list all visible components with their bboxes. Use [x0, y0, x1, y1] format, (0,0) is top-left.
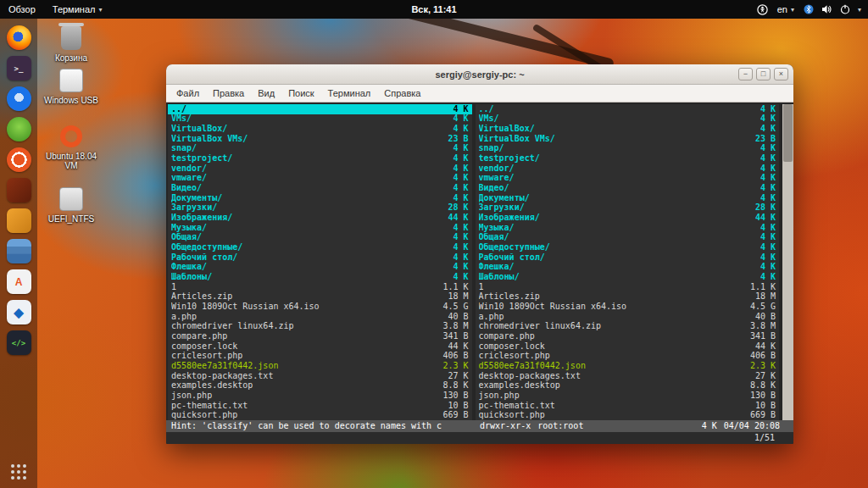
file-row[interactable]: criclesort.php406 B: [476, 351, 780, 361]
file-row[interactable]: ../4 K: [476, 104, 780, 114]
file-row[interactable]: 11.1 K: [476, 282, 780, 292]
activities-button[interactable]: Обзор: [0, 0, 44, 19]
file-row[interactable]: ../4 K: [168, 104, 472, 114]
clock[interactable]: Вск, 11:41: [411, 4, 456, 14]
file-row[interactable]: vendor/4 K: [168, 164, 472, 174]
file-row[interactable]: Музыка/4 K: [168, 223, 472, 233]
accessibility-icon[interactable]: [757, 4, 768, 15]
file-row[interactable]: Документы/4 K: [168, 193, 472, 203]
dock-item-ide[interactable]: </>: [7, 330, 31, 355]
file-row[interactable]: 11.1 K: [168, 282, 472, 292]
file-row[interactable]: VMs/4 K: [168, 114, 472, 125]
dock-item-ubuntu[interactable]: [7, 147, 31, 172]
file-row[interactable]: chromedriver_linux64.zip3.8 M: [168, 321, 472, 331]
desktop-icon-usb[interactable]: Windows USB: [39, 68, 103, 105]
menu-item-view[interactable]: Вид: [251, 85, 281, 102]
file-row[interactable]: composer.lock44 K: [476, 341, 780, 352]
app-menu[interactable]: Терминал ▾: [44, 0, 111, 19]
file-row[interactable]: Articles.zip18 M: [168, 291, 472, 302]
file-row[interactable]: pc-thematic.txt10 B: [168, 401, 472, 411]
close-button[interactable]: ×: [774, 68, 788, 80]
dock-item-package[interactable]: [7, 208, 31, 233]
dock-item-a-app[interactable]: A: [7, 269, 31, 294]
file-row[interactable]: Общая/4 K: [476, 233, 780, 243]
show-applications-button[interactable]: [11, 464, 26, 480]
file-row[interactable]: Articles.zip18 M: [476, 291, 780, 302]
file-row[interactable]: vmware/4 K: [168, 174, 472, 184]
file-row[interactable]: chromedriver_linux64.zip3.8 M: [476, 321, 780, 331]
file-row[interactable]: a.php40 B: [168, 312, 472, 322]
file-row[interactable]: desktop-packages.txt27 K: [476, 371, 780, 381]
file-row[interactable]: VirtualBox VMs/23 B: [168, 134, 472, 144]
dock-item-files-app[interactable]: [7, 239, 31, 263]
file-row[interactable]: Флешка/4 K: [168, 263, 472, 273]
file-row[interactable]: VirtualBox/4 K: [476, 124, 780, 134]
file-row[interactable]: Рабочий стол/4 K: [168, 252, 472, 263]
file-row[interactable]: Музыка/4 K: [476, 223, 780, 233]
file-row[interactable]: examples.desktop8.8 K: [476, 380, 780, 391]
menu-item-search[interactable]: Поиск: [281, 85, 320, 102]
dock-item-chromium[interactable]: [7, 86, 31, 111]
file-row[interactable]: compare.php341 B: [168, 331, 472, 341]
minimize-button[interactable]: −: [738, 68, 753, 80]
menu-item-help[interactable]: Справка: [377, 85, 427, 102]
file-row[interactable]: d5580ee7a31f0442.json2.3 K: [168, 361, 472, 371]
file-row[interactable]: json.php130 B: [168, 391, 472, 401]
menu-item-terminal[interactable]: Терминал: [321, 85, 378, 102]
scrollbar[interactable]: [782, 104, 793, 420]
file-row[interactable]: VMs/4 K: [476, 114, 780, 125]
file-row[interactable]: Загрузки/28 K: [168, 203, 472, 214]
file-row[interactable]: Шаблоны/4 K: [476, 272, 780, 282]
bluetooth-icon[interactable]: [804, 4, 814, 14]
desktop-icon-drive[interactable]: UEFI_NTFS: [39, 186, 103, 224]
file-row[interactable]: compare.php341 B: [476, 331, 780, 341]
desktop-icon-ubuntu-vm[interactable]: Ubuntu 18.04 VM: [39, 124, 103, 170]
file-row[interactable]: Изображения/44 K: [476, 213, 780, 223]
file-row[interactable]: Общедоступные/4 K: [168, 242, 472, 252]
file-row[interactable]: Флешка/4 K: [476, 263, 780, 273]
menu-item-edit[interactable]: Правка: [206, 85, 251, 102]
window-title-bar[interactable]: sergiy@sergiy-pc: ~ − □ ×: [166, 64, 793, 85]
file-row[interactable]: Загрузки/28 K: [476, 203, 780, 214]
maximize-button[interactable]: □: [756, 68, 771, 80]
dock-item-firefox[interactable]: [7, 25, 31, 50]
scrollbar-thumb[interactable]: [783, 104, 793, 162]
file-row[interactable]: testproject/4 K: [168, 153, 472, 164]
file-row[interactable]: quicksort.php669 B: [476, 410, 780, 420]
file-row[interactable]: pc-thematic.txt10 B: [476, 401, 780, 411]
file-row[interactable]: snap/4 K: [476, 144, 780, 154]
desktop-icon-trash[interactable]: Корзина: [39, 25, 103, 63]
file-row[interactable]: Документы/4 K: [476, 193, 780, 203]
dock-item-virtualbox[interactable]: ◆: [7, 300, 31, 324]
file-row[interactable]: vmware/4 K: [476, 174, 780, 184]
file-row[interactable]: composer.lock44 K: [168, 341, 472, 352]
file-row[interactable]: snap/4 K: [168, 144, 472, 154]
file-row[interactable]: desktop-packages.txt27 K: [168, 371, 472, 381]
file-row[interactable]: VirtualBox/4 K: [168, 124, 472, 134]
file-row[interactable]: a.php40 B: [476, 312, 780, 322]
file-row[interactable]: examples.desktop8.8 K: [168, 380, 472, 391]
chevron-down-icon[interactable]: ▾: [858, 6, 861, 14]
file-row[interactable]: testproject/4 K: [476, 153, 780, 164]
menu-item-file[interactable]: Файл: [170, 85, 206, 102]
file-row[interactable]: json.php130 B: [476, 391, 780, 401]
file-row[interactable]: vendor/4 K: [476, 164, 780, 174]
file-row[interactable]: Win10_1809Oct_Russian_x64.iso4.5 G: [168, 302, 472, 312]
file-row[interactable]: Видео/4 K: [168, 183, 472, 193]
volume-icon[interactable]: [821, 4, 832, 14]
language-indicator[interactable]: en ▾: [776, 0, 796, 19]
file-row[interactable]: Общая/4 K: [168, 233, 472, 243]
file-row[interactable]: criclesort.php406 B: [168, 351, 472, 361]
file-row[interactable]: quicksort.php669 B: [168, 410, 472, 420]
file-row[interactable]: Изображения/44 K: [168, 213, 472, 223]
file-row[interactable]: Win10_1809Oct_Russian_x64.iso4.5 G: [476, 302, 780, 312]
file-row[interactable]: Рабочий стол/4 K: [476, 252, 780, 263]
dock-item-libreoffice[interactable]: [7, 178, 31, 202]
file-row[interactable]: Общедоступные/4 K: [476, 242, 780, 252]
dock-item-terminal-app[interactable]: >_: [7, 56, 31, 80]
power-icon[interactable]: [840, 4, 850, 14]
dock-item-software[interactable]: [7, 117, 31, 141]
file-row[interactable]: Видео/4 K: [476, 183, 780, 193]
file-row[interactable]: Шаблоны/4 K: [168, 272, 472, 282]
file-row[interactable]: VirtualBox VMs/23 B: [476, 134, 780, 144]
